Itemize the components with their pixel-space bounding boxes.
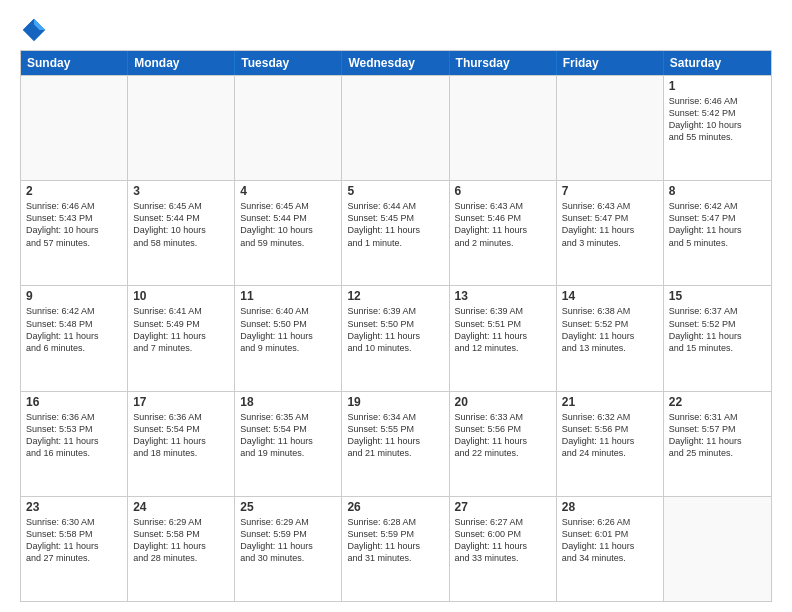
- day-number: 4: [240, 184, 336, 198]
- day-number: 16: [26, 395, 122, 409]
- day-number: 25: [240, 500, 336, 514]
- calendar: SundayMondayTuesdayWednesdayThursdayFrid…: [20, 50, 772, 602]
- day-number: 21: [562, 395, 658, 409]
- logo: [20, 16, 52, 44]
- cell-info: Sunrise: 6:30 AM Sunset: 5:58 PM Dayligh…: [26, 516, 122, 565]
- day-number: 27: [455, 500, 551, 514]
- cell-info: Sunrise: 6:38 AM Sunset: 5:52 PM Dayligh…: [562, 305, 658, 354]
- cal-cell: 27Sunrise: 6:27 AM Sunset: 6:00 PM Dayli…: [450, 497, 557, 601]
- day-number: 19: [347, 395, 443, 409]
- cell-info: Sunrise: 6:46 AM Sunset: 5:43 PM Dayligh…: [26, 200, 122, 249]
- day-number: 23: [26, 500, 122, 514]
- day-number: 2: [26, 184, 122, 198]
- cell-info: Sunrise: 6:35 AM Sunset: 5:54 PM Dayligh…: [240, 411, 336, 460]
- day-number: 11: [240, 289, 336, 303]
- day-number: 22: [669, 395, 766, 409]
- day-number: 8: [669, 184, 766, 198]
- cell-info: Sunrise: 6:29 AM Sunset: 5:59 PM Dayligh…: [240, 516, 336, 565]
- cal-cell: 11Sunrise: 6:40 AM Sunset: 5:50 PM Dayli…: [235, 286, 342, 390]
- cell-info: Sunrise: 6:43 AM Sunset: 5:47 PM Dayligh…: [562, 200, 658, 249]
- cal-cell: 4Sunrise: 6:45 AM Sunset: 5:44 PM Daylig…: [235, 181, 342, 285]
- cal-cell: 19Sunrise: 6:34 AM Sunset: 5:55 PM Dayli…: [342, 392, 449, 496]
- cal-cell: 10Sunrise: 6:41 AM Sunset: 5:49 PM Dayli…: [128, 286, 235, 390]
- day-number: 9: [26, 289, 122, 303]
- cal-cell: 12Sunrise: 6:39 AM Sunset: 5:50 PM Dayli…: [342, 286, 449, 390]
- cal-cell: [235, 76, 342, 180]
- day-number: 28: [562, 500, 658, 514]
- cal-cell: 20Sunrise: 6:33 AM Sunset: 5:56 PM Dayli…: [450, 392, 557, 496]
- cal-cell: [664, 497, 771, 601]
- cal-cell: 25Sunrise: 6:29 AM Sunset: 5:59 PM Dayli…: [235, 497, 342, 601]
- cell-info: Sunrise: 6:45 AM Sunset: 5:44 PM Dayligh…: [240, 200, 336, 249]
- day-number: 15: [669, 289, 766, 303]
- cal-cell: 9Sunrise: 6:42 AM Sunset: 5:48 PM Daylig…: [21, 286, 128, 390]
- day-number: 6: [455, 184, 551, 198]
- cell-info: Sunrise: 6:42 AM Sunset: 5:48 PM Dayligh…: [26, 305, 122, 354]
- week-row-4: 16Sunrise: 6:36 AM Sunset: 5:53 PM Dayli…: [21, 391, 771, 496]
- day-number: 26: [347, 500, 443, 514]
- day-number: 18: [240, 395, 336, 409]
- day-number: 5: [347, 184, 443, 198]
- day-number: 12: [347, 289, 443, 303]
- logo-icon: [20, 16, 48, 44]
- day-number: 1: [669, 79, 766, 93]
- cell-info: Sunrise: 6:36 AM Sunset: 5:54 PM Dayligh…: [133, 411, 229, 460]
- header-day-thursday: Thursday: [450, 51, 557, 75]
- cal-cell: 26Sunrise: 6:28 AM Sunset: 5:59 PM Dayli…: [342, 497, 449, 601]
- cal-cell: [557, 76, 664, 180]
- day-number: 14: [562, 289, 658, 303]
- page: SundayMondayTuesdayWednesdayThursdayFrid…: [0, 0, 792, 612]
- cal-cell: 2Sunrise: 6:46 AM Sunset: 5:43 PM Daylig…: [21, 181, 128, 285]
- day-number: 13: [455, 289, 551, 303]
- cal-cell: 3Sunrise: 6:45 AM Sunset: 5:44 PM Daylig…: [128, 181, 235, 285]
- day-number: 24: [133, 500, 229, 514]
- cal-cell: [21, 76, 128, 180]
- cell-info: Sunrise: 6:32 AM Sunset: 5:56 PM Dayligh…: [562, 411, 658, 460]
- week-row-1: 1Sunrise: 6:46 AM Sunset: 5:42 PM Daylig…: [21, 75, 771, 180]
- cell-info: Sunrise: 6:39 AM Sunset: 5:50 PM Dayligh…: [347, 305, 443, 354]
- cell-info: Sunrise: 6:46 AM Sunset: 5:42 PM Dayligh…: [669, 95, 766, 144]
- cal-cell: 17Sunrise: 6:36 AM Sunset: 5:54 PM Dayli…: [128, 392, 235, 496]
- cal-cell: 5Sunrise: 6:44 AM Sunset: 5:45 PM Daylig…: [342, 181, 449, 285]
- cell-info: Sunrise: 6:26 AM Sunset: 6:01 PM Dayligh…: [562, 516, 658, 565]
- header-day-friday: Friday: [557, 51, 664, 75]
- cell-info: Sunrise: 6:34 AM Sunset: 5:55 PM Dayligh…: [347, 411, 443, 460]
- cell-info: Sunrise: 6:45 AM Sunset: 5:44 PM Dayligh…: [133, 200, 229, 249]
- cal-cell: 16Sunrise: 6:36 AM Sunset: 5:53 PM Dayli…: [21, 392, 128, 496]
- day-number: 17: [133, 395, 229, 409]
- day-number: 7: [562, 184, 658, 198]
- day-number: 10: [133, 289, 229, 303]
- cell-info: Sunrise: 6:28 AM Sunset: 5:59 PM Dayligh…: [347, 516, 443, 565]
- cell-info: Sunrise: 6:27 AM Sunset: 6:00 PM Dayligh…: [455, 516, 551, 565]
- cal-cell: 24Sunrise: 6:29 AM Sunset: 5:58 PM Dayli…: [128, 497, 235, 601]
- week-row-5: 23Sunrise: 6:30 AM Sunset: 5:58 PM Dayli…: [21, 496, 771, 601]
- cal-cell: 15Sunrise: 6:37 AM Sunset: 5:52 PM Dayli…: [664, 286, 771, 390]
- cell-info: Sunrise: 6:41 AM Sunset: 5:49 PM Dayligh…: [133, 305, 229, 354]
- cal-cell: 7Sunrise: 6:43 AM Sunset: 5:47 PM Daylig…: [557, 181, 664, 285]
- header-day-wednesday: Wednesday: [342, 51, 449, 75]
- header-day-sunday: Sunday: [21, 51, 128, 75]
- day-number: 3: [133, 184, 229, 198]
- cal-cell: 18Sunrise: 6:35 AM Sunset: 5:54 PM Dayli…: [235, 392, 342, 496]
- cell-info: Sunrise: 6:31 AM Sunset: 5:57 PM Dayligh…: [669, 411, 766, 460]
- week-row-3: 9Sunrise: 6:42 AM Sunset: 5:48 PM Daylig…: [21, 285, 771, 390]
- cal-cell: [342, 76, 449, 180]
- week-row-2: 2Sunrise: 6:46 AM Sunset: 5:43 PM Daylig…: [21, 180, 771, 285]
- cal-cell: 28Sunrise: 6:26 AM Sunset: 6:01 PM Dayli…: [557, 497, 664, 601]
- day-number: 20: [455, 395, 551, 409]
- cal-cell: 23Sunrise: 6:30 AM Sunset: 5:58 PM Dayli…: [21, 497, 128, 601]
- cell-info: Sunrise: 6:39 AM Sunset: 5:51 PM Dayligh…: [455, 305, 551, 354]
- header-day-monday: Monday: [128, 51, 235, 75]
- cal-cell: 22Sunrise: 6:31 AM Sunset: 5:57 PM Dayli…: [664, 392, 771, 496]
- cell-info: Sunrise: 6:42 AM Sunset: 5:47 PM Dayligh…: [669, 200, 766, 249]
- cal-cell: 1Sunrise: 6:46 AM Sunset: 5:42 PM Daylig…: [664, 76, 771, 180]
- cal-cell: 13Sunrise: 6:39 AM Sunset: 5:51 PM Dayli…: [450, 286, 557, 390]
- header-day-tuesday: Tuesday: [235, 51, 342, 75]
- cal-cell: [450, 76, 557, 180]
- header-day-saturday: Saturday: [664, 51, 771, 75]
- cell-info: Sunrise: 6:36 AM Sunset: 5:53 PM Dayligh…: [26, 411, 122, 460]
- cell-info: Sunrise: 6:43 AM Sunset: 5:46 PM Dayligh…: [455, 200, 551, 249]
- cell-info: Sunrise: 6:40 AM Sunset: 5:50 PM Dayligh…: [240, 305, 336, 354]
- calendar-header-row: SundayMondayTuesdayWednesdayThursdayFrid…: [21, 51, 771, 75]
- cal-cell: 8Sunrise: 6:42 AM Sunset: 5:47 PM Daylig…: [664, 181, 771, 285]
